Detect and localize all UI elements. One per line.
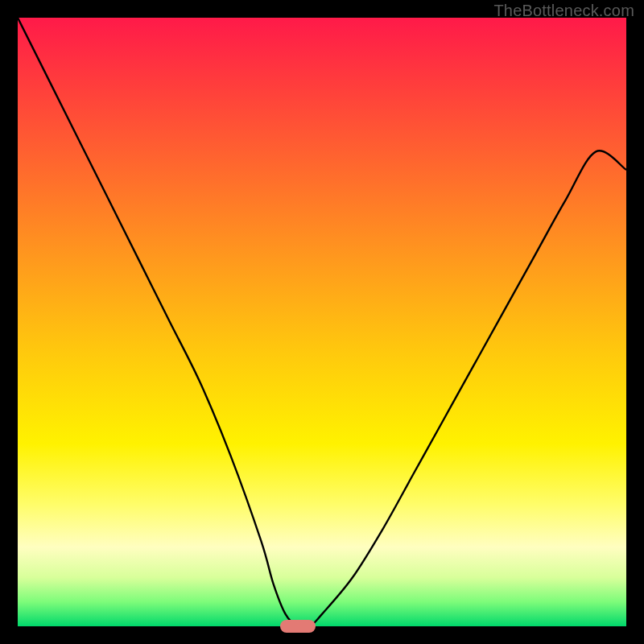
plot-area	[18, 18, 626, 626]
curve-path	[18, 18, 626, 626]
bottleneck-curve	[18, 18, 626, 626]
chart-container: TheBottleneck.com	[0, 0, 644, 644]
optimal-point-marker	[280, 620, 316, 633]
